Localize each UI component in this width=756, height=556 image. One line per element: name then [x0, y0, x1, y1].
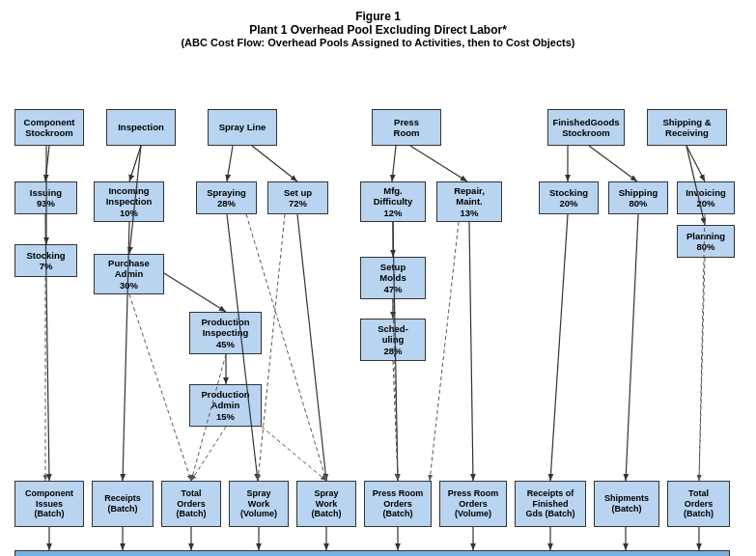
svg-line-34	[699, 258, 705, 481]
svg-line-47	[430, 222, 459, 481]
box-finished-goods: FinishedGoodsStockroom	[547, 109, 625, 146]
figure-title-line2: Plant 1 Overhead Pool Excluding Direct L…	[10, 23, 746, 37]
box-spraying: Spraying28%	[196, 181, 257, 214]
box-shipments: Shipments(Batch)	[594, 481, 659, 527]
box-spray-line: Spray Line	[208, 109, 277, 146]
svg-line-29	[393, 361, 398, 481]
box-stocking-fg: Stocking20%	[539, 181, 599, 214]
svg-line-11	[589, 146, 637, 181]
box-spray-work-vol: SprayWork(Volume)	[229, 481, 289, 527]
box-spray-work-batch: SprayWork(Batch)	[296, 481, 356, 527]
figure-title-line3: (ABC Cost Flow: Overhead Pools Assigned …	[10, 37, 746, 48]
box-incoming-insp: IncomingInspection10%	[94, 181, 164, 222]
svg-line-21	[129, 294, 191, 481]
box-setup-molds: SetupMolds47%	[360, 257, 426, 299]
box-setup: Set up72%	[267, 181, 328, 214]
title-area: Figure 1 Plant 1 Overhead Pool Excluding…	[10, 10, 746, 48]
box-shipping-receiving: Shipping &Receiving	[647, 109, 727, 146]
svg-line-4	[129, 146, 141, 181]
products-bar: Products	[14, 550, 730, 556]
box-issuing: Issuing93%	[14, 181, 77, 214]
box-comp-issues: ComponentIssues(Batch)	[14, 481, 84, 527]
box-press-orders-vol: Press RoomOrders(Volume)	[439, 481, 507, 527]
box-press-orders-batch: Press RoomOrders(Batch)	[364, 481, 432, 527]
svg-line-32	[626, 214, 638, 481]
svg-line-8	[392, 146, 396, 181]
svg-line-12	[686, 146, 705, 181]
box-planning: Planning80%	[677, 225, 735, 258]
box-repair-maint: Repair,Maint.13%	[436, 181, 502, 222]
svg-line-31	[550, 214, 568, 481]
svg-line-2	[45, 146, 49, 181]
box-receipts: Receipts(Batch)	[92, 481, 154, 527]
figure-title-line1: Figure 1	[10, 10, 746, 23]
box-stocking-cs: Stocking7%	[14, 244, 77, 277]
box-prod-inspecting: ProductionInspecting45%	[189, 312, 262, 354]
svg-line-26	[262, 427, 326, 481]
box-total-orders-1: TotalOrders(Batch)	[161, 481, 221, 527]
svg-line-30	[469, 222, 473, 481]
box-shipping: Shipping80%	[608, 181, 668, 214]
box-comp-stockroom: ComponentStockroom	[14, 109, 84, 146]
box-receipts-finished: Receipts ofFinishedGds (Batch)	[515, 481, 586, 527]
diagram: ComponentStockroom Inspection Spray Line…	[10, 56, 746, 556]
svg-line-16	[164, 273, 226, 312]
box-prod-admin: ProductionAdmin15%	[189, 384, 262, 427]
box-total-orders-2: TotalOrders(Batch)	[667, 481, 730, 527]
box-press-room: PressRoom	[372, 109, 441, 146]
box-inspection: Inspection	[106, 109, 176, 146]
box-purchase-admin: PurchaseAdmin30%	[94, 254, 164, 294]
svg-line-46	[258, 214, 285, 481]
svg-line-7	[252, 146, 297, 181]
box-invoicing: Invoicing20%	[677, 181, 735, 214]
box-mfg-difficulty: Mfg.Difficulty12%	[360, 181, 426, 222]
svg-line-6	[227, 146, 233, 181]
box-scheduling: Sched-uling28%	[360, 319, 426, 361]
svg-line-23	[297, 214, 326, 481]
svg-line-25	[191, 427, 226, 481]
svg-line-9	[410, 146, 467, 181]
